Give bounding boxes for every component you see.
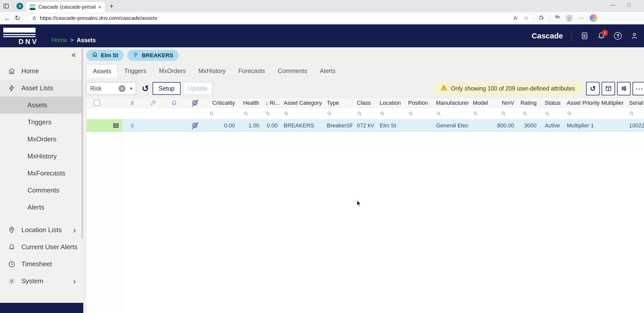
help-icon[interactable]: ? xyxy=(614,32,622,40)
user-profile-icon[interactable] xyxy=(630,32,638,40)
filter-chip-category[interactable]: BREAKERS xyxy=(127,50,179,61)
extensions-icon[interactable] xyxy=(539,15,544,21)
tab-mxhistory[interactable]: MxHistory xyxy=(192,64,232,78)
column-header-class[interactable]: Class xyxy=(353,98,376,108)
update-button[interactable]: Update xyxy=(183,82,212,95)
column-header-asset-priority-multiplier[interactable]: Asset Priority Multiplier xyxy=(563,98,625,108)
tab-assets[interactable]: Assets xyxy=(86,64,118,78)
column-header-type[interactable]: Type xyxy=(323,98,353,108)
favorite-star-icon[interactable]: ☆ xyxy=(523,15,529,22)
app-header-right: Cascade 1 ? xyxy=(532,24,638,47)
tab-comments[interactable]: Comments xyxy=(271,64,314,78)
dnv-logo[interactable]: DNV xyxy=(3,28,36,46)
search-icon xyxy=(265,111,271,116)
sidebar-item-system[interactable]: System › xyxy=(0,273,83,290)
row-attachment[interactable] xyxy=(122,119,142,132)
grid-reset-button[interactable]: ↺ xyxy=(586,82,600,95)
select-all-checkbox[interactable] xyxy=(94,100,100,106)
sidebar-item-comments[interactable]: Comments xyxy=(0,182,83,199)
read-aloud-icon[interactable]: A) xyxy=(513,15,518,21)
tab-forecasts[interactable]: Forecasts xyxy=(232,64,271,78)
header-alerts[interactable] xyxy=(164,98,185,108)
sidebar-item-home[interactable]: Home xyxy=(0,63,83,80)
tab-mxorders[interactable]: MxOrders xyxy=(153,64,192,78)
chevron-down-icon[interactable]: ▾ xyxy=(130,86,132,91)
profile-select[interactable]: Risk × ▾ xyxy=(86,82,136,95)
filter-risk[interactable] xyxy=(263,108,280,119)
notifications-bell-icon[interactable]: 1 xyxy=(597,32,605,40)
clear-selection-icon[interactable]: × xyxy=(119,85,125,92)
sidebar-item-mxforecasts[interactable]: MxForecasts xyxy=(0,165,83,182)
favorites-bar-icon[interactable] xyxy=(555,14,561,22)
filter-rating[interactable] xyxy=(518,108,541,119)
sidebar-collapse-icon[interactable]: « xyxy=(71,50,76,59)
breadcrumb-home-link[interactable]: Home xyxy=(52,37,67,44)
tab-close-icon[interactable]: × xyxy=(98,4,101,10)
maximize-button[interactable]: □ xyxy=(627,2,630,8)
column-header-rating[interactable]: Rating xyxy=(518,98,541,108)
header-attachments[interactable] xyxy=(122,98,142,108)
column-header-asset-category[interactable]: Asset Category xyxy=(280,98,323,108)
sidebar-scrollbar[interactable] xyxy=(82,49,83,239)
sidebar-item-current-user-alerts[interactable]: Current User Alerts xyxy=(0,239,83,256)
filter-criticality[interactable] xyxy=(205,108,239,119)
row-handle-cell[interactable] xyxy=(87,119,122,132)
filter-nmv[interactable] xyxy=(497,108,518,119)
browser-menu-icon[interactable]: ⋯ xyxy=(578,14,585,22)
browser-tab-active[interactable]: Cascade (cascade-presales) × xyxy=(26,2,105,12)
filter-type[interactable] xyxy=(323,108,353,119)
header-mxorders[interactable] xyxy=(142,98,164,108)
browser-profile-avatar[interactable] xyxy=(566,14,573,22)
sidebar-item-triggers[interactable]: Triggers xyxy=(0,114,83,131)
header-triggers[interactable]: ⚙ xyxy=(185,98,205,108)
filter-asset-priority-multiplier[interactable] xyxy=(563,108,625,119)
filter-status[interactable] xyxy=(541,108,563,119)
filter-asset-category[interactable] xyxy=(280,108,323,119)
column-header-status[interactable]: Status xyxy=(541,98,563,108)
refresh-icon[interactable]: ↻ xyxy=(15,14,20,22)
column-header-position[interactable]: Position xyxy=(404,98,432,108)
column-header-risk[interactable]: ↓ Ri... xyxy=(263,98,280,108)
sidebar-item-asset-lists[interactable]: Asset Lists xyxy=(0,80,83,97)
column-header-model[interactable]: Model xyxy=(469,98,497,108)
column-header-location[interactable]: Location xyxy=(376,98,404,108)
column-header-manufacturer[interactable]: Manufacturer xyxy=(432,98,469,108)
sidebar-item-mxhistory[interactable]: MxHistory xyxy=(0,148,83,165)
ellipsis-icon: ⋯ xyxy=(635,84,643,93)
column-header-health[interactable]: Health xyxy=(239,98,263,108)
setup-button[interactable]: Setup xyxy=(153,82,181,95)
documents-icon[interactable] xyxy=(581,32,589,40)
filter-location[interactable] xyxy=(376,108,404,119)
filter-class[interactable] xyxy=(353,108,376,119)
filter-chip-location[interactable]: Elm St xyxy=(86,50,124,61)
minimize-button[interactable]: — xyxy=(610,2,615,8)
column-header-nmv[interactable]: NmV xyxy=(497,98,518,108)
filter-position[interactable] xyxy=(404,108,432,119)
tab-workspaces-icon[interactable] xyxy=(3,3,9,9)
back-icon[interactable]: ← xyxy=(4,14,11,22)
column-header-criticality[interactable]: Criticality xyxy=(205,98,239,108)
sidebar-item-location-lists[interactable]: Location Lists › xyxy=(0,221,83,239)
grid-settings-button[interactable] xyxy=(617,82,631,95)
sidebar-item-alerts[interactable]: Alerts xyxy=(0,199,83,216)
url-bar[interactable]: https://cascade-presales.dnv.com/cascade… xyxy=(27,13,534,23)
row-trigger[interactable]: ⚙ xyxy=(185,119,205,132)
tab-triggers[interactable]: Triggers xyxy=(118,64,153,78)
column-header-serial[interactable]: Serial # xyxy=(625,98,644,108)
column-chooser-button[interactable] xyxy=(602,82,615,95)
filter-serial[interactable] xyxy=(625,108,644,119)
table-row[interactable]: ⚙ 0.00 1.00 0.00 BREAKERS BreakerSF6 072… xyxy=(87,119,644,132)
new-tab-button[interactable]: + xyxy=(109,2,114,10)
tab-alerts[interactable]: Alerts xyxy=(314,64,342,78)
filter-manufacturer[interactable] xyxy=(432,108,469,119)
grid-more-button[interactable]: ⋯ xyxy=(633,82,644,95)
filter-model[interactable] xyxy=(469,108,497,119)
sidebar-item-timesheet[interactable]: Timesheet xyxy=(0,256,83,273)
sidebar-item-assets[interactable]: Assets xyxy=(0,97,83,114)
reset-icon[interactable]: ↺ xyxy=(142,83,149,94)
sidebar-item-mxorders[interactable]: MxOrders xyxy=(0,131,83,148)
filter-health[interactable] xyxy=(239,108,263,119)
pinned-tab[interactable]: S xyxy=(17,3,23,9)
url-text[interactable]: https://cascade-presales.dnv.com/cascade… xyxy=(40,15,513,21)
copilot-icon[interactable] xyxy=(590,14,597,22)
